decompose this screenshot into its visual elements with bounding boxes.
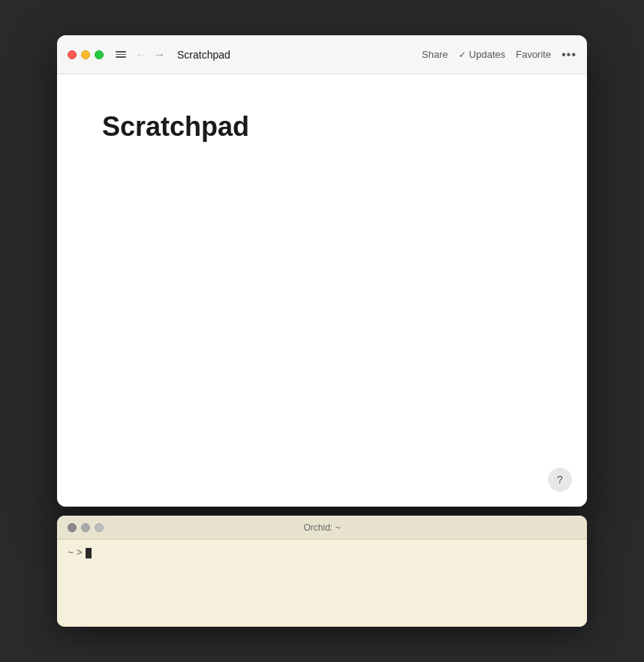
check-icon: ✓ [459,50,466,60]
close-button[interactable] [68,50,77,59]
updates-button[interactable]: ✓ Updates [459,49,505,60]
terminal-body[interactable]: ~ > [57,540,587,627]
terminal-minimize-button[interactable] [81,523,90,532]
document-title: Scratchpad [102,110,542,143]
scratchpad-window: ← → Scratchpad Share ✓ Updates Favorite … [57,35,587,507]
terminal-close-button[interactable] [68,523,77,532]
back-button[interactable]: ← [132,47,149,62]
terminal-traffic-lights [68,523,104,532]
window-title: Scratchpad [177,49,230,61]
more-label: ••• [561,48,576,61]
terminal-cursor [86,548,92,558]
terminal-window: Orchid: ~ ~ > [57,516,587,627]
maximize-button[interactable] [95,50,104,59]
terminal-prompt: ~ > [68,547,576,558]
share-label: Share [422,49,448,60]
prompt-tilde: ~ [68,547,74,558]
favorite-button[interactable]: Favorite [516,49,551,60]
terminal-title: Orchid: ~ [303,522,340,533]
minimize-button[interactable] [81,50,90,59]
favorite-label: Favorite [516,49,551,60]
document-content[interactable]: Scratchpad ? [57,74,587,507]
sidebar-toggle-button[interactable] [116,51,126,58]
nav-arrows: ← → [132,47,168,62]
titlebar: ← → Scratchpad Share ✓ Updates Favorite … [57,35,587,74]
terminal-maximize-button[interactable] [95,523,104,532]
desktop: ← → Scratchpad Share ✓ Updates Favorite … [0,0,644,662]
share-button[interactable]: Share [422,49,448,60]
more-options-button[interactable]: ••• [561,49,576,61]
updates-label: Updates [469,49,505,60]
prompt-arrow: > [77,547,83,558]
help-icon: ? [557,474,563,486]
traffic-lights [68,50,104,59]
terminal-titlebar: Orchid: ~ [57,516,587,540]
forward-button[interactable]: → [151,47,168,62]
help-button[interactable]: ? [548,468,572,492]
titlebar-actions: Share ✓ Updates Favorite ••• [422,49,576,61]
